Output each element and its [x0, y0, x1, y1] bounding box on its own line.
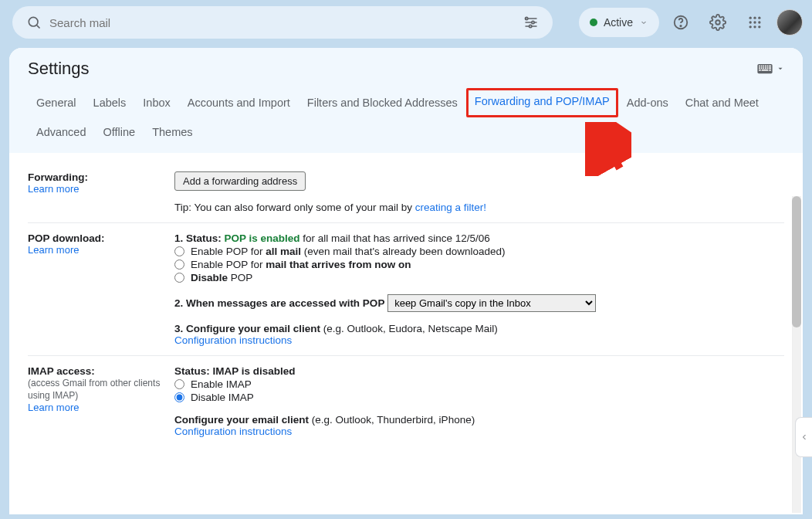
svg-point-16 [758, 25, 760, 28]
svg-point-7 [716, 20, 720, 25]
chevron-down-icon [639, 18, 648, 27]
pop-learn-more-link[interactable]: Learn more [28, 244, 174, 256]
status-label: Active [604, 16, 633, 29]
imap-radio-enable[interactable] [174, 379, 184, 389]
pop-radio-now[interactable] [174, 260, 184, 270]
svg-rect-29 [769, 67, 771, 69]
tab-chat-meet[interactable]: Chat and Meet [677, 88, 767, 117]
pop-option-all-mail[interactable]: Enable POP for all mail (even mail that'… [174, 246, 784, 257]
svg-rect-28 [767, 67, 769, 69]
svg-point-15 [753, 25, 756, 28]
svg-rect-24 [759, 67, 760, 69]
imap-configure-row: Configure your email client (e.g. Outloo… [174, 414, 784, 437]
svg-point-9 [753, 17, 756, 19]
svg-point-3 [532, 21, 534, 23]
account-avatar[interactable] [776, 9, 803, 36]
svg-point-8 [749, 17, 752, 19]
imap-status: Status: IMAP is disabled [174, 365, 784, 377]
svg-point-11 [749, 21, 752, 23]
tab-themes[interactable]: Themes [144, 117, 201, 147]
svg-rect-21 [765, 66, 766, 67]
svg-rect-27 [765, 67, 766, 69]
settings-header: Settings General Labels Inbox Accounts a… [9, 48, 803, 153]
forwarding-learn-more-link[interactable]: Learn more [28, 183, 174, 195]
imap-option-enable[interactable]: Enable IMAP [174, 378, 784, 390]
chevron-left-icon [800, 432, 809, 442]
tab-forwarding-pop-imap[interactable]: Forwarding and POP/IMAP [466, 88, 618, 117]
svg-rect-22 [767, 66, 769, 67]
pop-status-prefix: 1. Status: [174, 232, 225, 244]
pop-access-row: 2. When messages are accessed with POP k… [174, 294, 784, 312]
imap-option-disable[interactable]: Disable IMAP [174, 392, 784, 403]
svg-rect-26 [763, 67, 764, 69]
pop-status-value: POP is enabled [225, 232, 300, 244]
pop-access-select[interactable]: keep Gmail's copy in the Inbox [387, 294, 596, 312]
top-bar: Active [0, 0, 812, 45]
tab-accounts-import[interactable]: Accounts and Import [179, 88, 299, 117]
support-icon[interactable] [665, 7, 696, 38]
svg-rect-23 [769, 66, 771, 67]
tab-addons[interactable]: Add-ons [618, 88, 677, 117]
add-forwarding-address-button[interactable]: Add a forwarding address [174, 171, 306, 191]
section-pop-download: POP download: Learn more 1. Status: POP … [28, 223, 784, 356]
create-filter-link[interactable]: creating a filter! [415, 202, 486, 213]
imap-config-instructions-link[interactable]: Configuration instructions [174, 426, 784, 437]
svg-rect-20 [763, 66, 764, 67]
svg-point-10 [758, 17, 760, 19]
svg-point-12 [753, 21, 756, 23]
pop-option-from-now[interactable]: Enable POP for mail that arrives from no… [174, 259, 784, 270]
pop-configure-row: 3. Configure your email client (e.g. Out… [174, 323, 784, 346]
tab-offline[interactable]: Offline [95, 117, 144, 147]
tab-advanced[interactable]: Advanced [28, 117, 95, 147]
settings-panel: Settings General Labels Inbox Accounts a… [9, 48, 803, 514]
section-forwarding: Forwarding: Learn more Add a forwarding … [28, 162, 784, 223]
svg-rect-32 [769, 70, 771, 71]
search-input[interactable] [49, 16, 516, 29]
tab-general[interactable]: General [28, 88, 85, 117]
pop-access-label: 2. When messages are accessed with POP [174, 297, 384, 309]
imap-subnote: (access Gmail from other clients using I… [28, 377, 174, 402]
keyboard-icon [756, 63, 773, 74]
pop-option-disable[interactable]: Disable POP [174, 272, 784, 283]
imap-radio-disable[interactable] [174, 392, 184, 402]
pop-radio-all[interactable] [174, 246, 184, 256]
svg-point-14 [749, 25, 752, 28]
apps-grid-icon[interactable] [739, 7, 770, 38]
settings-gear-icon[interactable] [702, 7, 733, 38]
tab-inbox[interactable]: Inbox [134, 88, 178, 117]
imap-learn-more-link[interactable]: Learn more [28, 402, 174, 413]
settings-title: Settings [28, 59, 90, 79]
scrollbar-thumb[interactable] [792, 196, 801, 327]
input-tool-selector[interactable] [756, 63, 784, 74]
tab-labels[interactable]: Labels [85, 88, 135, 117]
forwarding-label: Forwarding: [28, 171, 174, 183]
forwarding-tip-text: Tip: You can also forward only some of y… [174, 202, 415, 213]
svg-rect-31 [762, 70, 769, 71]
svg-rect-19 [761, 66, 763, 67]
forwarding-tip: Tip: You can also forward only some of y… [174, 202, 784, 213]
tab-filters-blocked[interactable]: Filters and Blocked Addresses [299, 88, 466, 117]
svg-point-13 [758, 21, 760, 23]
status-chip[interactable]: Active [579, 8, 659, 37]
chevron-down-icon [776, 65, 784, 73]
status-dot-icon [590, 19, 597, 26]
svg-line-1 [37, 25, 40, 29]
svg-point-4 [529, 25, 532, 27]
settings-tabs: General Labels Inbox Accounts and Import… [28, 88, 784, 153]
pop-label: POP download: [28, 232, 174, 244]
pop-status-suffix: for all mail that has arrived since 12/5… [300, 232, 490, 244]
search-container [12, 6, 553, 39]
svg-point-0 [29, 17, 38, 26]
imap-label: IMAP access: [28, 365, 174, 377]
svg-rect-18 [759, 66, 760, 67]
search-icon[interactable] [19, 7, 49, 38]
topbar-right: Active [579, 7, 803, 38]
search-options-icon[interactable] [516, 7, 546, 38]
svg-rect-30 [759, 70, 761, 71]
settings-content: Forwarding: Learn more Add a forwarding … [9, 153, 803, 514]
section-imap-access: IMAP access: (access Gmail from other cl… [28, 356, 784, 446]
pop-radio-disable[interactable] [174, 273, 184, 283]
pop-config-instructions-link[interactable]: Configuration instructions [174, 334, 784, 346]
side-panel-toggle[interactable] [795, 417, 812, 457]
svg-rect-25 [761, 67, 763, 69]
